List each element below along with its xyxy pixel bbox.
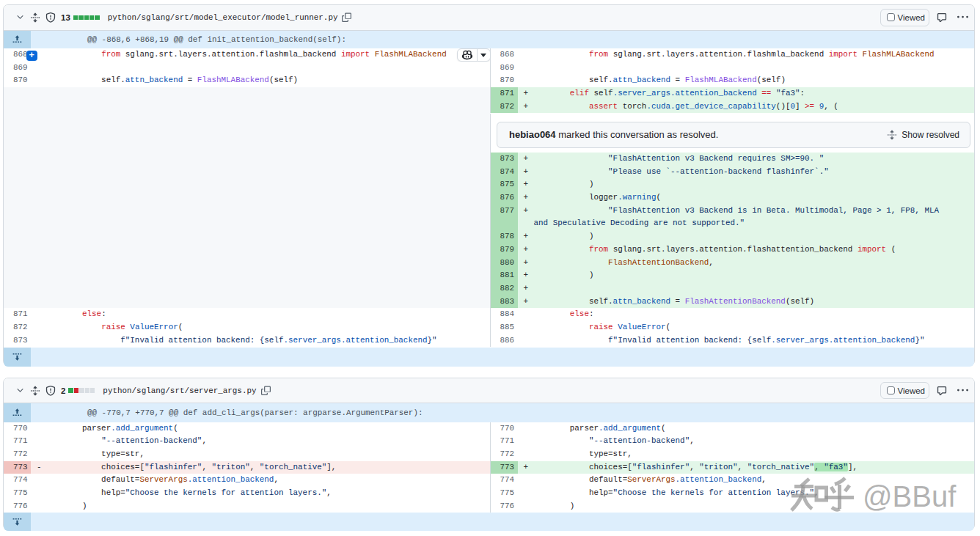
svg-text:@BBuf: @BBuf [863,480,957,513]
